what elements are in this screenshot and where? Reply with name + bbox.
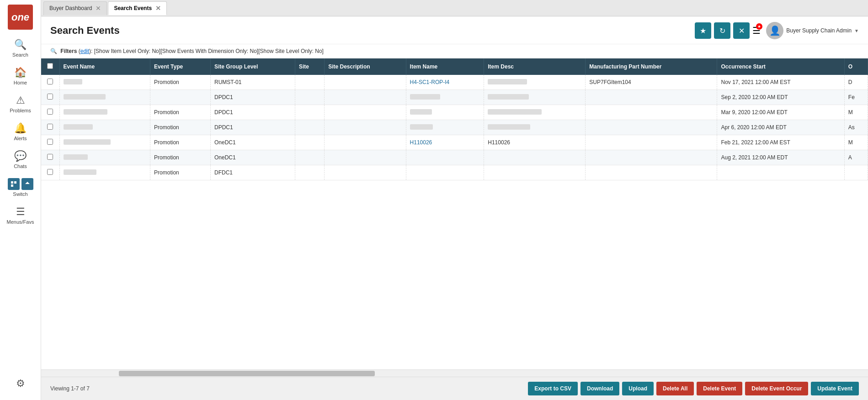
table-cell: Feb 21, 2022 12:00 AM EST — [717, 135, 844, 150]
table-body: REDACTED1PromotionRUMST-01H4-SC1-ROP-I4R… — [41, 75, 868, 180]
delete-event-occur-button[interactable]: Delete Event Occur — [745, 382, 808, 395]
footer-buttons: Export to CSV Download Upload Delete All… — [528, 382, 859, 395]
sidebar-label-search: Search — [12, 52, 28, 58]
upload-button[interactable]: Upload — [622, 382, 654, 395]
footer-viewing-text: Viewing 1-7 of 7 — [50, 385, 90, 392]
table-cell: REDACTED_DESC3 — [484, 105, 586, 120]
col-mfg-part: Manufacturing Part Number — [586, 58, 717, 75]
sidebar-item-alerts[interactable]: 🔔 Alerts — [0, 118, 41, 146]
table-cell — [295, 120, 324, 135]
content-area: Search Events ★ ↻ ✕ ☰ ★ 👤 Buyer Supply C… — [41, 16, 868, 400]
svg-rect-2 — [11, 184, 13, 187]
avatar: 👤 — [766, 22, 783, 39]
select-all-checkbox[interactable] — [47, 63, 53, 69]
sidebar-item-chats[interactable]: 💬 Chats — [0, 146, 41, 174]
table-cell: REDACTED5 — [59, 135, 150, 150]
tab-bar: Buyer Dashboard ✕ Search Events ✕ — [41, 0, 868, 16]
download-button[interactable]: Download — [580, 382, 619, 395]
sidebar-label-menus: Menus/Favs — [7, 219, 34, 225]
row-checkbox[interactable] — [47, 169, 53, 175]
table-cell — [586, 135, 717, 150]
sidebar-item-switch[interactable]: Switch — [0, 174, 41, 201]
row-checkbox[interactable] — [47, 154, 53, 160]
horizontal-scrollbar[interactable] — [41, 369, 868, 377]
table-cell: REDACTED3 — [59, 105, 150, 120]
star-icon: ★ — [700, 26, 706, 35]
tab-label-buyer-dashboard: Buyer Dashboard — [49, 5, 92, 11]
table-row: REDACTED7PromotionDFDC1 — [41, 165, 868, 180]
table-cell: REDACTED2 — [59, 90, 150, 105]
table-cell — [406, 150, 484, 165]
row-checkbox-cell — [41, 135, 59, 150]
filters-edit-link[interactable]: edit — [80, 48, 89, 54]
sidebar-item-settings[interactable]: ⚙ — [14, 373, 27, 395]
sidebar-item-menus[interactable]: ☰ Menus/Favs — [0, 201, 41, 229]
refresh-icon: ↻ — [719, 26, 725, 35]
table-cell: H110026 — [484, 135, 586, 150]
table-cell: H110026 — [406, 135, 484, 150]
col-site-desc: Site Description — [325, 58, 406, 75]
scroll-thumb[interactable] — [119, 371, 375, 376]
table-cell: REDACTED_ITEM2 — [406, 90, 484, 105]
table-cell — [325, 150, 406, 165]
table-cell: M — [844, 135, 868, 150]
table-cell: REDACTED_DESC2 — [484, 90, 586, 105]
sidebar: one 🔍 Search 🏠 Home ⚠ Problems 🔔 Alerts … — [0, 0, 41, 400]
sidebar-item-home[interactable]: 🏠 Home — [0, 62, 41, 90]
row-checkbox[interactable] — [47, 109, 53, 115]
table-cell: REDACTED7 — [59, 165, 150, 180]
table-header-row: Event Name Event Type Site Group Level S… — [41, 58, 868, 75]
tab-close-buyer-dashboard[interactable]: ✕ — [96, 5, 101, 12]
table-cell: Promotion — [150, 150, 211, 165]
table-cell — [325, 120, 406, 135]
switch-icon-left — [8, 178, 20, 190]
delete-all-button[interactable]: Delete All — [656, 382, 694, 395]
table-cell — [586, 165, 717, 180]
sidebar-item-search[interactable]: 🔍 Search — [0, 34, 41, 62]
tab-close-search-events[interactable]: ✕ — [155, 5, 161, 12]
close-button[interactable]: ✕ — [733, 22, 750, 39]
table-cell — [295, 150, 324, 165]
row-checkbox-cell — [41, 165, 59, 180]
content-footer: Viewing 1-7 of 7 Export to CSV Download … — [41, 377, 868, 400]
table-cell — [325, 105, 406, 120]
refresh-button[interactable]: ↻ — [714, 22, 730, 39]
filters-paren-close: ): — [89, 48, 94, 54]
tab-label-search-events: Search Events — [114, 5, 152, 11]
table-cell — [295, 135, 324, 150]
table-cell: REDACTED4 — [59, 120, 150, 135]
table-cell — [325, 90, 406, 105]
tab-buyer-dashboard[interactable]: Buyer Dashboard ✕ — [43, 1, 107, 15]
table-cell — [325, 75, 406, 90]
row-checkbox[interactable] — [47, 139, 53, 145]
user-dropdown[interactable]: 👤 Buyer Supply Chain Admin ▼ — [766, 22, 859, 39]
svg-rect-0 — [11, 181, 13, 184]
table-cell: OneDC1 — [210, 135, 295, 150]
menu-wrapper[interactable]: ☰ ★ — [752, 25, 761, 36]
update-event-button[interactable]: Update Event — [811, 382, 859, 395]
problems-icon: ⚠ — [16, 95, 25, 106]
row-checkbox[interactable] — [47, 79, 53, 84]
row-checkbox[interactable] — [47, 124, 53, 130]
col-checkbox[interactable] — [41, 58, 59, 75]
table-cell: REDACTED_DESC1 — [484, 75, 586, 90]
table-cell: Aug 2, 2021 12:00 AM EDT — [717, 150, 844, 165]
row-checkbox[interactable] — [47, 94, 53, 100]
table-container[interactable]: Event Name Event Type Site Group Level S… — [41, 58, 868, 369]
sidebar-item-problems[interactable]: ⚠ Problems — [0, 90, 41, 118]
table-cell: Nov 17, 2021 12:00 AM EST — [717, 75, 844, 90]
table-cell: Promotion — [150, 120, 211, 135]
sidebar-label-alerts: Alerts — [14, 136, 27, 141]
row-checkbox-cell — [41, 75, 59, 90]
table-cell — [295, 75, 324, 90]
table-cell — [295, 105, 324, 120]
table-cell: As — [844, 120, 868, 135]
table-row: REDACTED2DPDC1REDACTED_ITEM2REDACTED_DES… — [41, 90, 868, 105]
tab-search-events[interactable]: Search Events ✕ — [108, 1, 167, 15]
table-cell: H4-SC1-ROP-I4 — [406, 75, 484, 90]
star-button[interactable]: ★ — [695, 22, 711, 39]
delete-event-button[interactable]: Delete Event — [697, 382, 742, 395]
sidebar-label-chats: Chats — [14, 163, 27, 169]
export-csv-button[interactable]: Export to CSV — [528, 382, 578, 395]
table-cell: REDACTED6 — [59, 150, 150, 165]
